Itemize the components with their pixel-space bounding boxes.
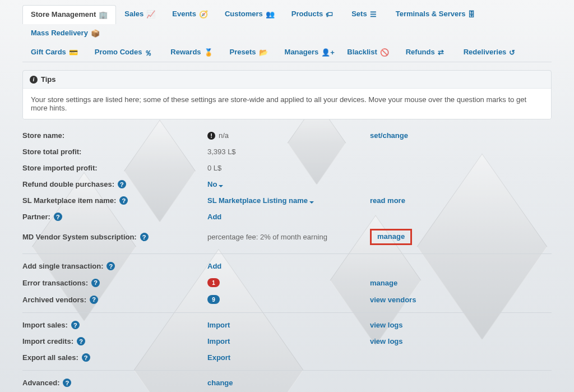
help-icon[interactable]: ? bbox=[140, 233, 149, 241]
building-icon: 🏢 bbox=[99, 11, 108, 19]
tab-label: Promo Codes bbox=[95, 48, 142, 56]
tab-label: Terminals & Servers bbox=[396, 10, 466, 18]
award-icon: 🏅 bbox=[204, 48, 213, 56]
tab-mass-redelivery[interactable]: Mass Redelivery📦 bbox=[22, 24, 108, 43]
tips-panel: i Tips Your store settings are listed he… bbox=[22, 70, 552, 119]
row-partner: Partner: ? Add bbox=[22, 209, 552, 225]
label-single-txn: Add single transaction: bbox=[22, 262, 103, 270]
tab-rewards[interactable]: Rewards🏅 bbox=[162, 43, 221, 62]
tab-gift-cards[interactable]: Gift Cards💳 bbox=[22, 43, 86, 62]
tips-header: i Tips bbox=[23, 71, 551, 89]
row-error-txn: Error transactions: ? 1 manage bbox=[22, 274, 552, 291]
tab-terminals-servers[interactable]: Terminals & Servers🗄 bbox=[387, 4, 486, 24]
layers-icon: ☰ bbox=[370, 10, 379, 18]
value-store-name: n/a bbox=[219, 131, 229, 140]
label-advanced: Advanced: bbox=[22, 379, 59, 387]
user-plus-icon: 👤+ bbox=[321, 48, 330, 56]
action-add-partner[interactable]: Add bbox=[207, 213, 221, 221]
tab-store-management[interactable]: Store Management🏢 bbox=[22, 5, 116, 24]
ban-icon: 🚫 bbox=[380, 48, 389, 56]
label-import-sales: Import sales: bbox=[22, 321, 68, 329]
tab-label: Products bbox=[291, 10, 323, 18]
row-mp-item-name: SL Marketplace item name: ? SL Marketpla… bbox=[22, 192, 552, 209]
label-partner: Partner: bbox=[22, 213, 50, 221]
action-import-sales[interactable]: Import bbox=[207, 321, 230, 329]
action-manage-errors[interactable]: manage bbox=[370, 279, 397, 287]
label-subscription: MD Vendor System subscription: bbox=[22, 233, 137, 241]
tab-label: Store Management bbox=[31, 10, 96, 19]
warning-icon: ! bbox=[207, 132, 215, 140]
tab-managers[interactable]: Managers👤+ bbox=[276, 43, 339, 62]
tab-presets[interactable]: Presets📂 bbox=[221, 43, 276, 62]
label-imported-profit: Store imported profit: bbox=[22, 164, 98, 172]
action-view-logs-credits[interactable]: view logs bbox=[370, 337, 403, 345]
tab-products[interactable]: Products🏷 bbox=[283, 4, 343, 24]
help-icon[interactable]: ? bbox=[118, 180, 126, 188]
row-subscription: MD Vendor System subscription: ? percent… bbox=[22, 225, 552, 249]
row-advanced: Advanced: ? change bbox=[22, 370, 552, 391]
help-icon[interactable]: ? bbox=[91, 279, 100, 287]
tab-redeliveries[interactable]: Redeliveries↺ bbox=[455, 43, 527, 62]
action-export-sales[interactable]: Export bbox=[207, 353, 230, 362]
action-read-more[interactable]: read more bbox=[370, 196, 405, 205]
tab-label: Managers bbox=[285, 48, 319, 56]
help-icon[interactable]: ? bbox=[63, 379, 71, 387]
row-import-sales: Import sales: ? Import view logs bbox=[22, 312, 552, 333]
folder-open-icon: 📂 bbox=[259, 48, 268, 56]
row-refund-double: Refund double purchases: ? No bbox=[22, 176, 552, 192]
action-view-vendors[interactable]: view vendors bbox=[370, 296, 416, 304]
tab-blacklist[interactable]: Blacklist🚫 bbox=[339, 43, 397, 62]
label-total-profit: Store total profit: bbox=[22, 147, 81, 156]
box-open-icon: 📦 bbox=[91, 29, 100, 37]
help-icon[interactable]: ? bbox=[54, 213, 62, 221]
tab-label: Customers bbox=[225, 10, 263, 18]
tab-customers[interactable]: Customers👥 bbox=[216, 4, 283, 24]
row-imported-profit: Store imported profit: 0 L$ bbox=[22, 160, 552, 176]
tab-events[interactable]: Events🧭 bbox=[164, 4, 216, 24]
action-set-change[interactable]: set/change bbox=[370, 131, 408, 140]
label-error-txn: Error transactions: bbox=[22, 279, 88, 287]
value-imported-profit: 0 L$ bbox=[207, 164, 221, 172]
action-view-logs-sales[interactable]: view logs bbox=[370, 321, 403, 329]
action-import-credits[interactable]: Import bbox=[207, 337, 230, 345]
label-refund-double: Refund double purchases: bbox=[22, 180, 114, 188]
tab-refunds[interactable]: Refunds⇄ bbox=[397, 43, 455, 62]
action-manage-subscription[interactable]: manage bbox=[377, 232, 405, 241]
row-total-profit: Store total profit: 3,393 L$ bbox=[22, 144, 552, 160]
help-icon[interactable]: ? bbox=[107, 262, 115, 270]
label-export-sales: Export all sales: bbox=[22, 353, 78, 362]
tab-sets[interactable]: Sets☰ bbox=[343, 4, 387, 24]
chart-line-icon: 📈 bbox=[146, 10, 155, 18]
value-total-profit: 3,393 L$ bbox=[207, 147, 236, 156]
help-icon[interactable]: ? bbox=[71, 321, 80, 329]
tab-label: Events bbox=[172, 10, 196, 18]
badge-error-count: 1 bbox=[207, 278, 220, 287]
tab-label: Presets bbox=[230, 48, 256, 56]
chevron-down-icon bbox=[309, 201, 314, 204]
tab-label: Redeliveries bbox=[464, 48, 507, 56]
tab-promo-codes[interactable]: Promo Codes％ bbox=[86, 43, 163, 62]
tab-label: Sales bbox=[124, 10, 144, 18]
tab-sales[interactable]: Sales📈 bbox=[116, 4, 164, 24]
tab-label: Refunds bbox=[406, 48, 435, 56]
main-tabs: Store Management🏢Sales📈Events🧭Customers👥… bbox=[22, 1, 552, 62]
dropdown-refund-double[interactable]: No bbox=[207, 180, 223, 188]
help-icon[interactable]: ? bbox=[90, 296, 98, 304]
info-icon: i bbox=[30, 76, 38, 84]
label-store-name: Store name: bbox=[22, 131, 64, 140]
users-icon: 👥 bbox=[266, 10, 275, 18]
tags-icon: 🏷 bbox=[326, 10, 335, 18]
help-icon[interactable]: ? bbox=[77, 337, 85, 345]
credit-card-icon: 💳 bbox=[69, 48, 78, 56]
help-icon[interactable]: ? bbox=[82, 353, 90, 362]
label-import-credits: Import credits: bbox=[22, 337, 73, 345]
dropdown-mp-item-name[interactable]: SL Marketplace Listing name bbox=[207, 196, 314, 205]
chevron-down-icon bbox=[219, 185, 223, 187]
help-icon[interactable]: ? bbox=[119, 196, 128, 205]
action-add-txn[interactable]: Add bbox=[207, 262, 221, 270]
tab-label: Sets bbox=[351, 10, 367, 18]
exchange-icon: ⇄ bbox=[438, 48, 447, 56]
action-advanced-change[interactable]: change bbox=[207, 379, 233, 387]
value-subscription: percentage fee: 2% of month earning bbox=[207, 233, 327, 241]
row-archived: Archived vendors: ? 9 view vendors bbox=[22, 291, 552, 308]
